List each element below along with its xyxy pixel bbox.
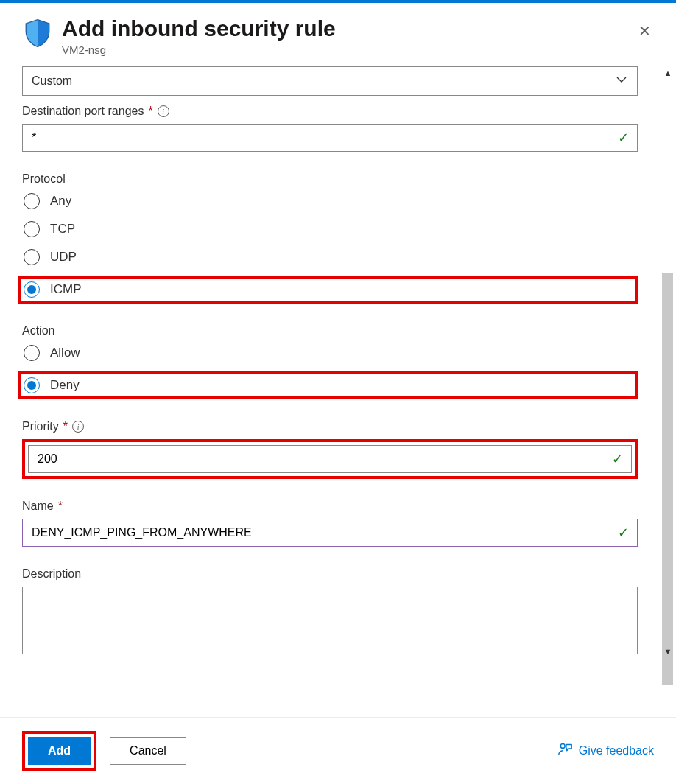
- info-icon[interactable]: i: [72, 421, 84, 433]
- service-dropdown-value: Custom: [32, 74, 72, 88]
- highlight-action-deny: Deny: [18, 371, 638, 399]
- dest-port-input[interactable]: [22, 124, 638, 152]
- action-radio-allow[interactable]: Allow: [22, 343, 83, 363]
- description-label: Description: [22, 567, 638, 581]
- info-icon[interactable]: i: [158, 105, 169, 117]
- required-asterisk: *: [58, 500, 63, 513]
- name-label: Name *: [22, 500, 638, 513]
- scrollbar[interactable]: ▲ ▼: [660, 66, 676, 717]
- give-feedback-link[interactable]: Give feedback: [557, 741, 654, 760]
- panel-container: Add inbound security rule VM2-nsg ✕ Cust…: [0, 3, 676, 784]
- action-label: Action: [22, 324, 638, 337]
- add-button[interactable]: Add: [28, 737, 91, 765]
- svg-point-0: [560, 743, 565, 748]
- give-feedback-label: Give feedback: [579, 744, 654, 757]
- name-input[interactable]: [22, 519, 638, 547]
- panel-footer: Add Cancel Give feedback: [0, 717, 676, 784]
- description-textarea[interactable]: [22, 587, 638, 654]
- highlight-add-button: Add: [22, 731, 96, 771]
- priority-label: Priority * i: [22, 420, 638, 433]
- cancel-button[interactable]: Cancel: [110, 737, 186, 765]
- service-dropdown[interactable]: Custom: [22, 66, 638, 96]
- action-radio-group: Allow Deny: [22, 343, 638, 399]
- protocol-radio-group: Any TCP UDP ICMP: [22, 192, 638, 304]
- scroll-down-arrow-icon[interactable]: ▼: [660, 645, 676, 658]
- protocol-label: Protocol: [22, 172, 638, 186]
- scroll-thumb[interactable]: [662, 273, 673, 685]
- action-radio-deny[interactable]: Deny: [22, 376, 82, 395]
- required-asterisk: *: [148, 105, 152, 118]
- dest-port-label: Destination port ranges * i: [22, 105, 638, 118]
- priority-input[interactable]: [28, 445, 632, 473]
- feedback-icon: [557, 741, 573, 760]
- form-scroll-area: Custom Destination port ranges * i: [0, 66, 660, 717]
- required-asterisk: *: [63, 420, 68, 433]
- page-title: Add inbound security rule: [62, 16, 635, 41]
- scroll-up-arrow-icon[interactable]: ▲: [660, 66, 676, 80]
- highlight-priority-input: ✓: [22, 439, 638, 479]
- chevron-down-icon: [615, 73, 628, 90]
- page-subtitle: VM2-nsg: [62, 43, 635, 56]
- protocol-radio-any[interactable]: Any: [22, 192, 74, 211]
- protocol-radio-tcp[interactable]: TCP: [22, 220, 78, 239]
- protocol-radio-udp[interactable]: UDP: [22, 248, 80, 267]
- highlight-protocol-icmp: ICMP: [18, 276, 638, 304]
- shield-icon: [22, 18, 53, 49]
- panel-header: Add inbound security rule VM2-nsg ✕: [0, 16, 676, 66]
- protocol-radio-icmp[interactable]: ICMP: [22, 280, 85, 299]
- close-icon[interactable]: ✕: [635, 21, 654, 41]
